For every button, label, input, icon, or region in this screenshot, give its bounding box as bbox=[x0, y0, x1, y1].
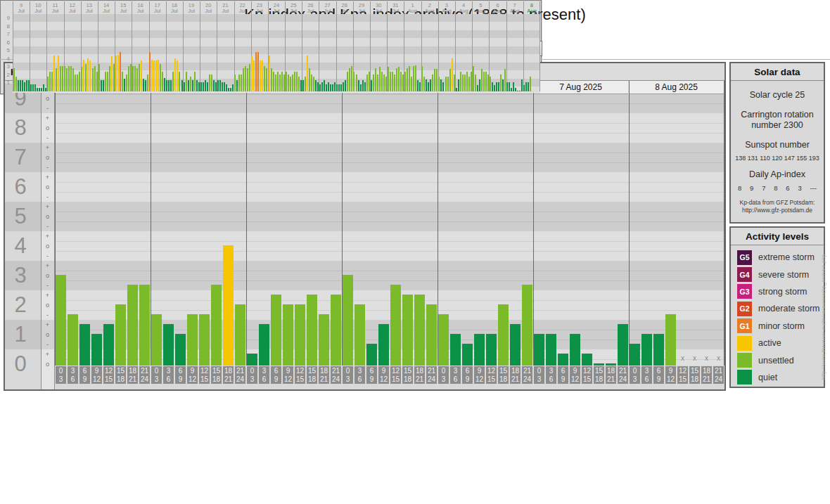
mini-kp-bar bbox=[186, 72, 187, 91]
mini-date-label: 27Jul bbox=[319, 3, 335, 13]
mini-kp-bar bbox=[132, 66, 134, 91]
mini-day-divider bbox=[166, 1, 167, 91]
mini-y-tick-label: 9 bbox=[0, 15, 10, 21]
mini-plot-band bbox=[13, 38, 540, 46]
mini-kp-bar bbox=[458, 79, 459, 91]
mini-kp-bar bbox=[373, 75, 374, 92]
mini-kp-bar bbox=[115, 56, 117, 91]
mini-kp-bar bbox=[517, 91, 518, 92]
mini-kp-bar bbox=[89, 60, 91, 91]
mini-kp-bar bbox=[523, 85, 525, 91]
mini-date-label: 28Jul bbox=[337, 3, 352, 13]
mini-kp-bar bbox=[243, 68, 244, 91]
mini-kp-bar bbox=[428, 82, 429, 91]
mini-date-month: Aug bbox=[507, 8, 523, 14]
mini-date-month: Jul bbox=[217, 8, 233, 14]
mini-date-label: 31Jul bbox=[388, 3, 403, 13]
mini-date-label: 16Jul bbox=[132, 3, 148, 13]
mini-kp-bar bbox=[383, 75, 385, 92]
mini-kp-bar bbox=[492, 82, 493, 91]
mini-kp-bar bbox=[41, 88, 42, 91]
mini-kp-bar bbox=[117, 55, 119, 91]
mini-date-label: 2Aug bbox=[422, 3, 438, 13]
mini-kp-bar bbox=[421, 66, 423, 91]
mini-kp-bar bbox=[18, 80, 19, 91]
mini-kp-bar bbox=[475, 75, 476, 92]
mini-kp-bar bbox=[13, 68, 15, 91]
mini-kp-bar bbox=[207, 82, 208, 91]
mini-kp-bar bbox=[394, 75, 395, 92]
mini-kp-bar bbox=[139, 64, 140, 91]
mini-kp-bar bbox=[360, 84, 362, 91]
mini-kp-bar bbox=[143, 79, 144, 91]
mini-kp-bar bbox=[58, 56, 59, 91]
mini-kp-bar bbox=[442, 82, 444, 91]
mini-kp-bar bbox=[411, 77, 412, 91]
mini-day-divider bbox=[200, 1, 200, 91]
mini-y-tick-label: 2 bbox=[0, 72, 10, 78]
mini-kp-bar bbox=[262, 60, 263, 91]
mini-date-label: 9Jul bbox=[13, 3, 29, 13]
mini-kp-bar bbox=[213, 80, 215, 91]
mini-date-label: 20Jul bbox=[200, 3, 216, 13]
mini-date-label: 25Jul bbox=[286, 3, 301, 13]
mini-kp-bar bbox=[209, 75, 210, 92]
mini-kp-bar bbox=[321, 82, 323, 91]
mini-kp-bar bbox=[343, 82, 344, 91]
mini-kp-bar bbox=[217, 80, 219, 91]
mini-date-label: 19Jul bbox=[184, 3, 199, 13]
mini-kp-bar bbox=[170, 80, 172, 91]
mini-kp-bar bbox=[277, 72, 279, 91]
mini-kp-bar bbox=[75, 75, 76, 92]
mini-y-tick-label: 5 bbox=[0, 47, 10, 53]
mini-kp-bar bbox=[219, 80, 221, 91]
mini-kp-bar bbox=[349, 68, 350, 91]
mini-plot-band bbox=[13, 46, 540, 55]
mini-y-tick-label: 3 bbox=[0, 63, 10, 70]
mini-date-label: 11Jul bbox=[47, 3, 63, 13]
mini-plot-band bbox=[13, 22, 540, 30]
mini-date-month: Aug bbox=[490, 8, 505, 14]
mini-kp-bar bbox=[66, 68, 68, 91]
kp-overview-panel: 9876543219Jul10Jul11Jul12Jul13Jul14Jul15… bbox=[0, 0, 542, 94]
mini-day-divider bbox=[319, 1, 319, 91]
mini-kp-bar bbox=[245, 66, 246, 91]
mini-kp-bar bbox=[407, 68, 408, 91]
mini-day-divider bbox=[455, 1, 456, 91]
mini-kp-bar bbox=[481, 69, 483, 91]
mini-kp-bar bbox=[324, 80, 325, 91]
mini-date-month: Jul bbox=[13, 8, 29, 14]
mini-date-label: 7Aug bbox=[507, 3, 523, 13]
mini-kp-bar bbox=[347, 72, 348, 91]
mini-day-divider bbox=[370, 1, 371, 91]
mini-kp-bar bbox=[34, 84, 36, 91]
mini-kp-bar bbox=[377, 75, 378, 92]
mini-kp-bar bbox=[166, 80, 167, 91]
mini-kp-bar bbox=[162, 72, 163, 91]
mini-kp-bar bbox=[141, 60, 142, 91]
mini-kp-bar bbox=[398, 67, 400, 91]
mini-kp-bar bbox=[311, 75, 312, 92]
mini-kp-bar bbox=[434, 69, 435, 91]
mini-kp-bar bbox=[77, 75, 78, 92]
mini-kp-bar bbox=[452, 58, 453, 92]
mini-kp-bar bbox=[172, 72, 174, 91]
mini-kp-bar bbox=[494, 85, 495, 91]
mini-date-month: Jul bbox=[302, 8, 318, 14]
mini-kp-bar bbox=[39, 88, 40, 91]
mini-kp-bar bbox=[49, 72, 51, 91]
mini-kp-bar bbox=[326, 84, 327, 91]
mini-kp-bar bbox=[60, 66, 61, 91]
mini-kp-bar bbox=[413, 66, 414, 91]
mini-date-label: 21Jul bbox=[217, 3, 233, 13]
mini-kp-bar bbox=[236, 80, 238, 91]
mini-date-month: Jul bbox=[319, 8, 335, 14]
mini-kp-bar bbox=[22, 80, 23, 91]
mini-kp-bar bbox=[68, 66, 70, 91]
mini-kp-bar bbox=[288, 75, 289, 92]
mini-kp-bar bbox=[525, 82, 527, 91]
mini-kp-bar bbox=[356, 75, 357, 92]
mini-kp-bar bbox=[409, 66, 410, 91]
mini-kp-bar bbox=[64, 66, 65, 91]
mini-kp-bar bbox=[228, 88, 229, 91]
